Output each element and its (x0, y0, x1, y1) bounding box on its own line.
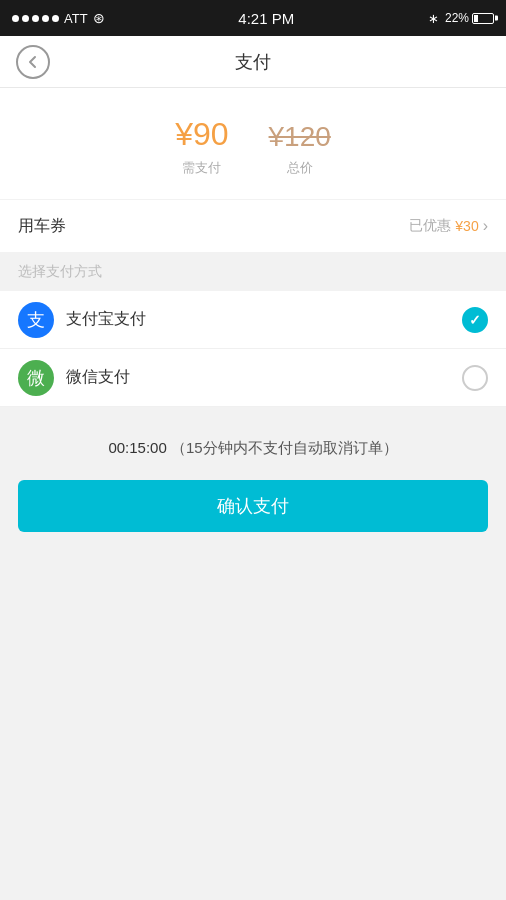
timer-hint: （15分钟内不支付自动取消订单） (171, 439, 398, 456)
battery-wrapper: 22% (445, 11, 494, 25)
pay-label: 需支付 (182, 159, 221, 177)
wifi-icon: ⊛ (93, 10, 105, 26)
pay-amount-block: ¥90 需支付 (175, 116, 228, 177)
page-spacer (0, 552, 506, 752)
wechat-icon: 微 (18, 360, 54, 396)
status-time: 4:21 PM (238, 10, 294, 27)
confirm-pay-button[interactable]: 确认支付 (18, 480, 488, 532)
alipay-radio (462, 307, 488, 333)
total-label: 总价 (287, 159, 313, 177)
total-amount-block: ¥120 总价 (269, 121, 331, 177)
alipay-icon: 支 (18, 302, 54, 338)
coupon-row[interactable]: 用车券 已优惠 ¥30 › (0, 200, 506, 252)
page-title: 支付 (235, 50, 271, 74)
status-right: ∗ 22% (428, 11, 494, 26)
payment-section-header: 选择支付方式 (0, 253, 506, 291)
coupon-right: 已优惠 ¥30 › (409, 217, 488, 235)
carrier-label: ATT (64, 11, 88, 26)
coupon-label: 用车券 (18, 216, 66, 237)
price-section: ¥90 需支付 ¥120 总价 (0, 88, 506, 199)
alipay-label: 支付宝支付 (66, 309, 146, 330)
coupon-discount-amount: ¥30 (455, 218, 478, 234)
status-bar: ATT ⊛ 4:21 PM ∗ 22% (0, 0, 506, 36)
pay-amount: ¥90 (175, 116, 228, 153)
payment-section-title: 选择支付方式 (18, 263, 102, 281)
battery-icon (472, 13, 494, 24)
total-amount: ¥120 (269, 121, 331, 153)
signal-dots (12, 15, 59, 22)
wechat-label: 微信支付 (66, 367, 130, 388)
wechat-radio (462, 365, 488, 391)
timer-value: 00:15:00 (108, 439, 166, 456)
status-left: ATT ⊛ (12, 10, 105, 26)
header: 支付 (0, 36, 506, 88)
coupon-discount-prefix: 已优惠 (409, 217, 451, 235)
bottom-section: 00:15:00 （15分钟内不支付自动取消订单） 确认支付 (0, 407, 506, 552)
bluetooth-icon: ∗ (428, 11, 439, 26)
payment-option-alipay[interactable]: 支 支付宝支付 (0, 291, 506, 349)
battery-percent: 22% (445, 11, 469, 25)
timer-row: 00:15:00 （15分钟内不支付自动取消订单） (18, 437, 488, 460)
back-button[interactable] (16, 45, 50, 79)
payment-option-wechat[interactable]: 微 微信支付 (0, 349, 506, 407)
chevron-right-icon: › (483, 217, 488, 235)
